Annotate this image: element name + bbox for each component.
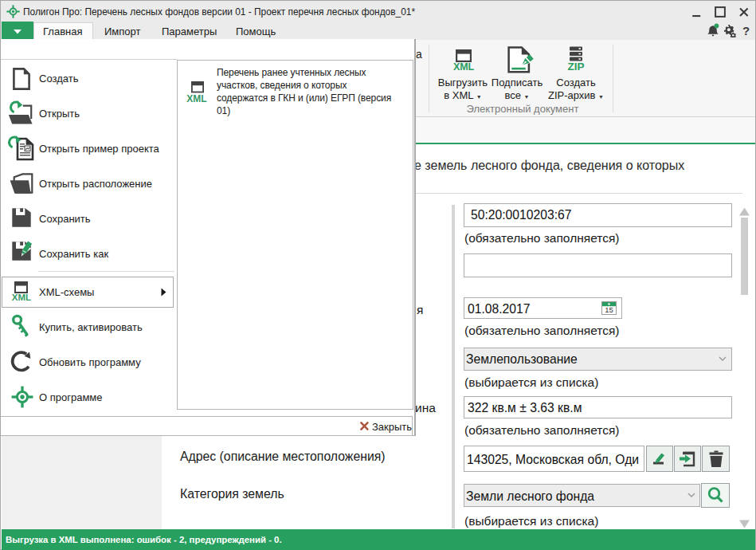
svg-text:15: 15 <box>605 305 613 314</box>
